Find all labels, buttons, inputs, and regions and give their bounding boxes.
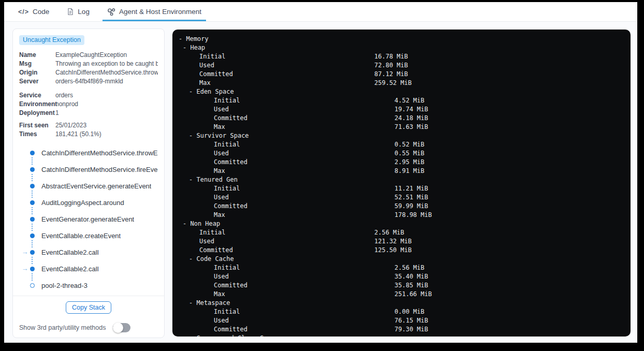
field-label: Origin bbox=[19, 68, 53, 77]
memory-tree-node[interactable]: - Memory bbox=[179, 35, 631, 43]
memory-tree-metric-row: Max251.66 MiB bbox=[179, 290, 631, 299]
stack-frame[interactable]: AbstractEventService.generateEvent bbox=[19, 181, 158, 191]
tab-label: Code bbox=[33, 8, 49, 16]
exception-type-badge: Uncaught Exception bbox=[19, 35, 84, 45]
stack-frame[interactable]: CatchInDifferentMethodService.fireEvent bbox=[19, 165, 158, 174]
tree-line-label: Max bbox=[214, 290, 225, 299]
tree-line-value: 259.52 MiB bbox=[374, 79, 412, 87]
third-party-toggle-switch[interactable] bbox=[113, 323, 130, 332]
tree-line-value: 251.66 MiB bbox=[394, 290, 432, 299]
tab-label: Agent & Host Environment bbox=[119, 8, 201, 16]
memory-tree-metric-row: Initial0.52 MiB bbox=[179, 140, 631, 149]
stack-frame-label: CatchInDifferentMethodService.fireEvent bbox=[41, 166, 158, 173]
tree-line-value: 0.52 MiB bbox=[394, 140, 425, 149]
divider bbox=[13, 296, 164, 296]
tree-line-value: 24.18 MiB bbox=[394, 114, 428, 123]
tree-line-label: Used bbox=[214, 149, 229, 158]
app-window: </>CodeLogAgent & Host Environment Uncau… bbox=[4, 2, 637, 343]
memory-tree-metric-row: Used19.74 MiB bbox=[179, 105, 631, 114]
tab-code[interactable]: </>Code bbox=[13, 2, 54, 21]
memory-tree-metric-row: Initial16.78 MiB bbox=[179, 52, 631, 61]
tree-line-label: Used bbox=[199, 237, 214, 246]
tree-line-label: Committed bbox=[214, 114, 247, 123]
stack-connector-dots-icon bbox=[32, 224, 33, 231]
tree-line-label: - Heap bbox=[183, 43, 205, 52]
tree-line-label: Committed bbox=[214, 202, 247, 211]
stack-connector-dots-icon bbox=[32, 191, 33, 198]
tree-line-label: Committed bbox=[199, 246, 233, 255]
memory-tree-node[interactable]: - Tenured Gen bbox=[179, 176, 631, 184]
tree-line-value: 79.30 MiB bbox=[394, 325, 428, 334]
memory-tree-node[interactable]: - Code Cache bbox=[179, 255, 631, 264]
memory-tree-node[interactable]: - Survivor Space bbox=[179, 131, 631, 140]
tree-line-label: Used bbox=[214, 272, 229, 281]
stack-frame-label: EventGenerator.generateEvent bbox=[41, 215, 134, 223]
tree-line-value: 71.63 MiB bbox=[394, 123, 428, 131]
tab-agent-host-environment[interactable]: Agent & Host Environment bbox=[103, 2, 206, 21]
frame-marker-icon bbox=[30, 200, 35, 205]
thread-marker-icon bbox=[30, 283, 35, 288]
tree-line-label: - Eden Space bbox=[189, 87, 234, 96]
tree-line-label: Committed bbox=[214, 281, 247, 290]
frame-marker-icon bbox=[30, 217, 35, 222]
memory-tree-metric-row: Committed24.18 MiB bbox=[179, 114, 631, 123]
tree-line-value: 35.40 MiB bbox=[394, 272, 428, 281]
tab-log[interactable]: Log bbox=[62, 2, 94, 21]
third-party-toggle-label: Show 3rd party/utility methods bbox=[19, 324, 106, 331]
copy-stack-button[interactable]: Copy Stack bbox=[66, 301, 111, 314]
exception-service-fields: ServiceordersEnvironmentnonprodDeploymen… bbox=[19, 91, 158, 118]
field-label: Times bbox=[19, 130, 53, 139]
tree-line-label: Used bbox=[214, 105, 229, 114]
tree-line-value: 19.74 MiB bbox=[394, 105, 428, 114]
tree-line-label: Max bbox=[214, 167, 225, 176]
stack-connector-dots-icon bbox=[32, 157, 33, 165]
exception-details-card: Uncaught Exception NameExampleCaughtExce… bbox=[12, 28, 165, 338]
tree-line-label: - Non Heap bbox=[183, 220, 220, 228]
stack-frame[interactable]: CatchInDifferentMethodService.throwEx... bbox=[19, 148, 158, 157]
field-value: CatchInDifferentMethodService.throwExcep bbox=[55, 68, 158, 77]
memory-tree-metric-row: Initial2.56 MiB bbox=[179, 264, 631, 272]
stack-connector-dots-icon bbox=[32, 273, 33, 281]
memory-tree-metric-row: Used0.55 MiB bbox=[179, 149, 631, 158]
tree-line-label: - Code Cache bbox=[189, 255, 234, 264]
stack-frame[interactable]: pool-2-thread-3 bbox=[19, 281, 158, 290]
field-value: 1 bbox=[55, 109, 158, 118]
tab-bar: </>CodeLogAgent & Host Environment bbox=[4, 2, 637, 22]
memory-tree-metric-row: Max71.63 MiB bbox=[179, 123, 631, 131]
stack-frame[interactable]: AuditLoggingAspect.around bbox=[19, 198, 158, 207]
tree-line-value: 11.21 MiB bbox=[394, 184, 428, 193]
memory-tree-node[interactable]: - Eden Space bbox=[179, 87, 631, 96]
field-value: nonprod bbox=[55, 100, 158, 109]
frame-marker-icon bbox=[30, 151, 35, 155]
exception-occurrence-fields: First seen25/01/2023Times181,421 (50.1%) bbox=[19, 121, 158, 139]
memory-tree-metric-row: Committed125.50 MiB bbox=[179, 246, 631, 255]
tree-line-label: - Metaspace bbox=[189, 299, 230, 308]
tree-line-value: 125.50 MiB bbox=[374, 246, 412, 255]
tree-line-value: 0.00 MiB bbox=[394, 308, 425, 316]
stack-frame[interactable]: EventCallable.createEvent bbox=[19, 231, 158, 240]
tree-line-label: Committed bbox=[199, 70, 233, 79]
field-label: Name bbox=[19, 51, 53, 60]
memory-tree-metric-row: Initial4.52 MiB bbox=[179, 96, 631, 105]
memory-tree-node[interactable]: - Heap bbox=[179, 43, 631, 52]
tree-line-value: 76.15 MiB bbox=[394, 316, 428, 325]
memory-tree-node[interactable]: - Non Heap bbox=[179, 220, 631, 228]
stack-frame[interactable]: EventGenerator.generateEvent bbox=[19, 214, 158, 224]
stack-frame-label: EventCallable2.call bbox=[41, 248, 99, 256]
tree-line-value: 35.85 MiB bbox=[394, 281, 428, 290]
tree-line-label: Used bbox=[199, 61, 214, 70]
memory-tree-panel[interactable]: - Memory- HeapInitial16.78 MiBUsed72.80 … bbox=[172, 30, 631, 337]
memory-tree-node[interactable]: - Compressed Class Space bbox=[179, 334, 631, 337]
toggle-knob-icon bbox=[113, 323, 123, 333]
tree-line-label: Max bbox=[199, 79, 211, 87]
third-party-toggle-row: Show 3rd party/utility methods bbox=[19, 323, 158, 332]
tree-line-label: Initial bbox=[214, 140, 240, 149]
tree-line-label: Initial bbox=[214, 96, 240, 105]
stack-frame[interactable]: →EventCallable2.call bbox=[19, 264, 158, 273]
field-label: First seen bbox=[19, 121, 53, 130]
memory-tree-node[interactable]: - Metaspace bbox=[179, 299, 631, 308]
tab-label: Log bbox=[78, 8, 90, 16]
stack-frame[interactable]: →EventCallable2.call bbox=[19, 247, 158, 257]
stack-connector-dots-icon bbox=[32, 240, 33, 247]
copy-stack-row: Copy Stack bbox=[19, 301, 158, 314]
